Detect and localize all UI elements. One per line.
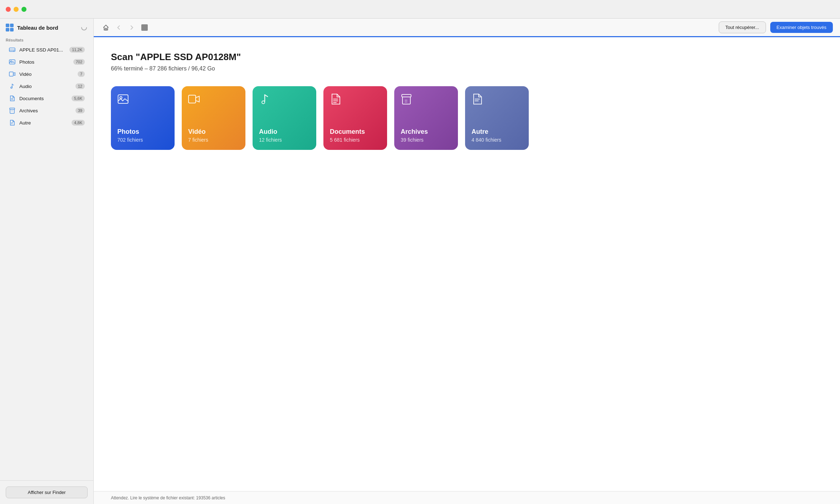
sidebar-item-autre[interactable]: Autre 4,8K xyxy=(3,117,91,128)
svg-point-7 xyxy=(11,87,12,88)
card-video-label: Vidéo xyxy=(188,128,239,136)
results-section-label: Résultats xyxy=(0,35,93,44)
sidebar-badge-video: 7 xyxy=(78,71,85,77)
sidebar-item-label-documents: Documents xyxy=(19,96,68,101)
fullscreen-button[interactable] xyxy=(21,7,26,12)
sidebar-badge-photos: 702 xyxy=(73,59,85,65)
sidebar-badge-audio: 12 xyxy=(75,83,85,89)
toolbar: Tout récupérer... Examiner objets trouvé… xyxy=(94,19,840,37)
sidebar-item-audio[interactable]: Audio 12 xyxy=(3,80,91,92)
svg-point-3 xyxy=(13,51,14,52)
card-autre-label: Autre xyxy=(472,128,522,136)
card-archives-count: 39 fichiers xyxy=(401,137,451,143)
svg-rect-6 xyxy=(9,72,13,76)
home-button[interactable] xyxy=(101,23,111,33)
close-button[interactable] xyxy=(6,7,11,12)
sidebar-badge-autre: 4,8K xyxy=(72,120,85,126)
card-audio-icon xyxy=(259,93,310,107)
card-documents-count: 5 681 fichiers xyxy=(330,137,381,143)
card-photo-icon xyxy=(117,93,168,107)
stop-icon xyxy=(141,24,148,31)
status-text: Attendez. Lire le système de fichier exi… xyxy=(111,495,225,500)
card-video-icon xyxy=(188,93,239,107)
sidebar-item-label-ssd: APPLE SSD AP01... xyxy=(19,47,66,53)
grid-dot-1 xyxy=(6,24,9,27)
sidebar-item-apple-ssd[interactable]: APPLE SSD AP01... 11,2K xyxy=(3,44,91,55)
cards-grid: Photos 702 fichiers Vidéo 7 fichiers xyxy=(111,86,823,150)
card-photos-label: Photos xyxy=(117,128,168,136)
sidebar-item-archives[interactable]: Archives 39 xyxy=(3,105,91,116)
sidebar-badge-archives: 39 xyxy=(75,108,85,113)
spinner-icon xyxy=(80,24,88,31)
sidebar-badge-ssd: 11,2K xyxy=(69,47,85,53)
card-audio[interactable]: Audio 12 fichiers xyxy=(253,86,316,150)
sidebar-item-label-archives: Archives xyxy=(19,108,72,113)
sidebar-badge-documents: 5,6K xyxy=(72,96,85,101)
svg-point-16 xyxy=(120,97,122,99)
main-content: Tout récupérer... Examiner objets trouvé… xyxy=(94,19,840,504)
examiner-button[interactable]: Examiner objets trouvés xyxy=(770,22,833,33)
card-archives[interactable]: Archives 39 fichiers xyxy=(394,86,458,150)
svg-point-18 xyxy=(262,101,265,104)
back-button[interactable] xyxy=(114,23,124,33)
titlebar xyxy=(0,0,840,19)
card-autre-icon xyxy=(472,93,522,107)
photo-icon xyxy=(9,58,16,65)
audio-icon xyxy=(9,83,16,90)
card-audio-count: 12 fichiers xyxy=(259,137,310,143)
svg-rect-17 xyxy=(189,95,196,103)
video-icon xyxy=(9,70,16,78)
svg-rect-14 xyxy=(105,28,107,30)
grid-dot-2 xyxy=(10,24,14,27)
card-audio-label: Audio xyxy=(259,128,310,136)
app-window: Tableau de bord Résultats APPLE SSD AP01… xyxy=(0,19,840,504)
svg-point-0 xyxy=(82,25,87,30)
drive-icon xyxy=(9,46,16,53)
card-photos[interactable]: Photos 702 fichiers xyxy=(111,86,175,150)
tout-recuperer-button[interactable]: Tout récupérer... xyxy=(719,21,766,33)
card-autre-count: 4 840 fichiers xyxy=(472,137,522,143)
dashboard-icon xyxy=(6,24,14,31)
card-archives-icon xyxy=(401,93,451,107)
stop-button[interactable] xyxy=(140,23,150,33)
card-documents-icon xyxy=(330,93,381,107)
sidebar-item-video[interactable]: Vidéo 7 xyxy=(3,68,91,80)
svg-rect-10 xyxy=(10,108,15,109)
sidebar-item-label-photos: Photos xyxy=(19,59,70,65)
scan-area: Scan "APPLE SSD AP0128M" 66% terminé – 8… xyxy=(94,37,840,491)
svg-rect-15 xyxy=(118,95,128,103)
scan-subtitle: 66% terminé – 87 286 fichiers / 96,42 Go xyxy=(111,65,823,72)
sidebar-footer: Afficher sur Finder xyxy=(0,480,93,504)
sidebar: Tableau de bord Résultats APPLE SSD AP01… xyxy=(0,19,94,504)
traffic-lights xyxy=(6,7,26,12)
sidebar-header: Tableau de bord xyxy=(0,19,93,35)
grid-dot-4 xyxy=(10,28,14,31)
statusbar: Attendez. Lire le système de fichier exi… xyxy=(94,491,840,504)
grid-dot-3 xyxy=(6,28,9,31)
sidebar-item-label-autre: Autre xyxy=(19,120,68,126)
minimize-button[interactable] xyxy=(14,7,19,12)
sidebar-title-container: Tableau de bord xyxy=(6,24,58,31)
card-documents-label: Documents xyxy=(330,128,381,136)
forward-button[interactable] xyxy=(127,23,137,33)
sidebar-item-label-audio: Audio xyxy=(19,84,72,89)
svg-rect-1 xyxy=(9,48,15,52)
sidebar-item-photos[interactable]: Photos 702 xyxy=(3,56,91,68)
document-icon xyxy=(9,95,16,102)
afficher-finder-button[interactable]: Afficher sur Finder xyxy=(6,486,88,498)
svg-rect-22 xyxy=(402,94,411,97)
card-photos-count: 702 fichiers xyxy=(117,137,168,143)
card-documents[interactable]: Documents 5 681 fichiers xyxy=(323,86,387,150)
card-archives-label: Archives xyxy=(401,128,451,136)
sidebar-title-label: Tableau de bord xyxy=(17,25,58,31)
scan-title: Scan "APPLE SSD AP0128M" xyxy=(111,52,823,63)
card-video[interactable]: Vidéo 7 fichiers xyxy=(182,86,245,150)
other-icon xyxy=(9,119,16,126)
toolbar-nav xyxy=(101,23,150,33)
card-autre[interactable]: Autre 4 840 fichiers xyxy=(465,86,529,150)
sidebar-item-documents[interactable]: Documents 5,6K xyxy=(3,93,91,104)
card-video-count: 7 fichiers xyxy=(188,137,239,143)
sidebar-item-label-video: Vidéo xyxy=(19,72,74,77)
archive-icon-sidebar xyxy=(9,107,16,114)
